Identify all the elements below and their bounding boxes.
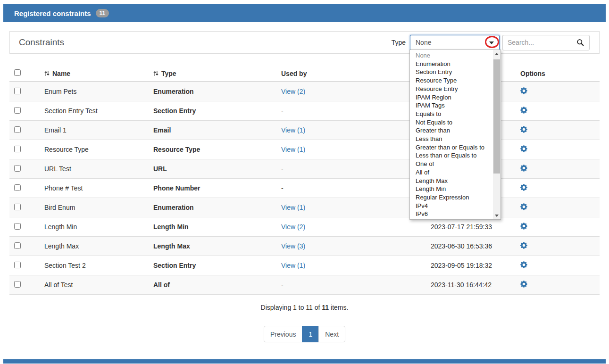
type-dropdown-list: NoneEnumerationSection EntryResource Typ… (410, 50, 493, 219)
row-checkbox[interactable] (14, 204, 21, 210)
used-by-value: - (281, 165, 284, 173)
row-checkbox[interactable] (14, 146, 21, 152)
annotation-circle (485, 36, 499, 48)
options-gear-button[interactable] (520, 126, 527, 133)
column-header-name[interactable]: Name (41, 66, 150, 82)
options-gear-button[interactable] (520, 145, 527, 152)
cell-type: Section Entry (150, 256, 277, 275)
cell-type: URL (150, 159, 277, 179)
options-gear-button[interactable] (520, 281, 527, 288)
cell-options (517, 256, 600, 275)
count-badge: 11 (96, 9, 109, 17)
gear-icon (520, 184, 527, 191)
cell-name: Bird Enum (41, 198, 150, 217)
type-dropdown-option[interactable]: Less than (416, 135, 493, 143)
cell-used-by: View (1) (277, 198, 427, 217)
cell-date: 2023-07-17 21:59:33 (427, 217, 517, 237)
cell-name: Email 1 (41, 121, 150, 140)
row-checkbox[interactable] (14, 107, 21, 114)
type-dropdown-option[interactable]: Greater than or Equals to (416, 143, 493, 152)
type-dropdown-option[interactable]: IPv6 (416, 210, 493, 218)
type-dropdown-option[interactable]: Length Max (416, 177, 493, 185)
type-dropdown-option[interactable]: IPAM Region (416, 93, 493, 102)
pagination-previous-button[interactable]: Previous (264, 326, 302, 342)
type-dropdown-option[interactable]: Length Min (416, 185, 493, 193)
used-by-link[interactable]: View (1) (281, 204, 305, 211)
type-dropdown-option[interactable]: Greater than (416, 126, 493, 135)
type-dropdown-option[interactable]: Resource Entry (416, 85, 493, 93)
used-by-value: - (281, 107, 284, 115)
row-checkbox[interactable] (14, 165, 21, 172)
row-checkbox[interactable] (14, 281, 21, 288)
row-checkbox[interactable] (14, 223, 21, 230)
pagination-next-button[interactable]: Next (318, 326, 345, 342)
scroll-down-arrow[interactable] (493, 212, 501, 219)
constraints-table: Name Type (9, 66, 600, 295)
options-gear-button[interactable] (520, 184, 527, 191)
column-label: Type (161, 70, 176, 77)
cell-name: Resource Type (41, 140, 150, 159)
gear-icon (520, 203, 527, 210)
cell-type: All of (150, 275, 277, 295)
type-dropdown-option[interactable]: Enumeration (416, 60, 493, 68)
cell-type: Length Max (150, 237, 277, 256)
cell-options (517, 82, 600, 101)
type-dropdown-option[interactable]: All of (416, 168, 493, 177)
options-gear-button[interactable] (520, 242, 527, 249)
used-by-link[interactable]: View (3) (281, 242, 305, 250)
type-dropdown-option[interactable]: One of (416, 160, 493, 168)
type-dropdown-option[interactable]: Resource Type (416, 76, 493, 85)
page-header: Registered constraints 11 (3, 4, 606, 22)
dropdown-scrollbar[interactable] (493, 50, 501, 219)
options-gear-button[interactable] (520, 107, 527, 114)
cell-options (517, 121, 600, 140)
type-dropdown-option[interactable]: IPv4 (416, 202, 493, 210)
scrollbar-thumb[interactable] (493, 59, 500, 174)
row-checkbox[interactable] (14, 126, 21, 133)
pagination-page-1-button[interactable]: 1 (302, 326, 319, 342)
type-dropdown-option[interactable]: Less than or Equals to (416, 151, 493, 160)
gear-icon (520, 126, 527, 133)
items-summary: Displaying 1 to 11 of 11 items. (0, 304, 609, 311)
column-label: Used by (281, 70, 307, 77)
row-checkbox[interactable] (14, 242, 21, 249)
select-all-checkbox[interactable] (14, 69, 21, 76)
cell-used-by: View (3) (277, 237, 427, 256)
options-gear-button[interactable] (520, 165, 527, 172)
column-header-type[interactable]: Type (150, 66, 277, 82)
cell-used-by: View (1) (277, 256, 427, 275)
type-dropdown-option[interactable]: IPAM Tags (416, 101, 493, 110)
used-by-link[interactable]: View (2) (281, 223, 305, 231)
options-gear-button[interactable] (520, 203, 527, 210)
summary-total: 11 (322, 304, 329, 311)
type-dropdown-option[interactable]: Section Entry (416, 68, 493, 76)
type-dropdown-option[interactable]: Regular Expression (416, 193, 493, 202)
scroll-up-arrow[interactable] (493, 50, 501, 58)
row-checkbox[interactable] (14, 88, 21, 94)
search-button[interactable] (571, 35, 590, 50)
used-by-link[interactable]: View (1) (281, 146, 305, 153)
used-by-link[interactable]: View (1) (281, 126, 305, 134)
summary-prefix: Displaying 1 to 11 of (261, 304, 322, 311)
cell-date: 2023-11-30 16:44:42 (427, 275, 517, 295)
type-dropdown: NoneEnumerationSection EntryResource Typ… (409, 50, 501, 220)
gear-icon (520, 261, 527, 268)
table-row: All of TestAll of-2023-11-30 16:44:42 (9, 275, 600, 295)
used-by-link[interactable]: View (1) (281, 262, 305, 269)
type-filter-label: Type (392, 39, 406, 46)
options-gear-button[interactable] (520, 87, 527, 94)
cell-date: 2023-06-30 16:53:36 (427, 237, 517, 256)
row-checkbox[interactable] (14, 262, 21, 268)
cell-type: Length Min (150, 217, 277, 237)
row-checkbox[interactable] (14, 184, 21, 191)
type-dropdown-option[interactable]: Not Equals to (416, 118, 493, 127)
options-gear-button[interactable] (520, 223, 527, 230)
options-gear-button[interactable] (520, 261, 527, 268)
search-input[interactable] (502, 35, 571, 50)
panel-title: Constraints (19, 37, 64, 48)
type-dropdown-option[interactable]: None (416, 51, 493, 60)
used-by-link[interactable]: View (2) (281, 88, 305, 95)
gear-icon (520, 281, 527, 288)
type-dropdown-option[interactable]: Equals to (416, 110, 493, 118)
cell-used-by: View (2) (277, 217, 427, 237)
